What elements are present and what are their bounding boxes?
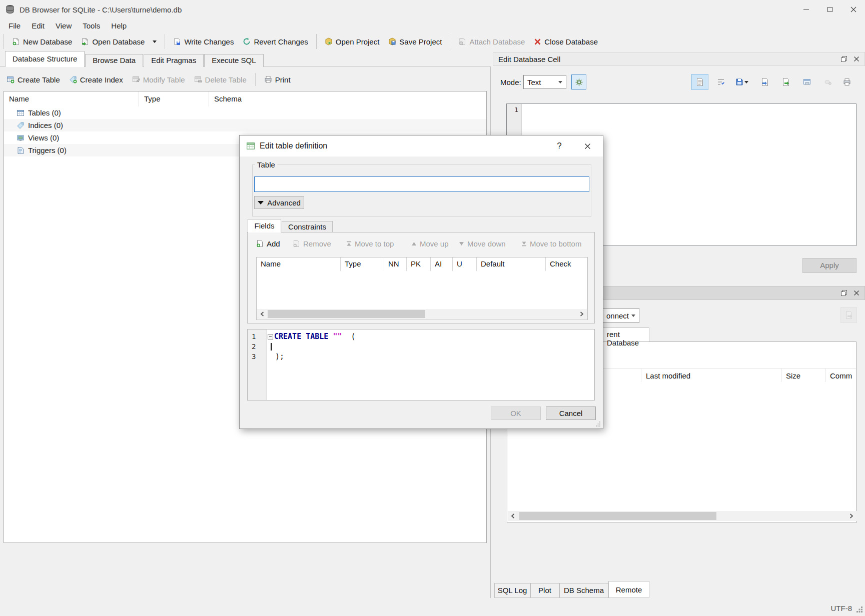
help-button[interactable]: ? [551, 139, 568, 153]
tree-row-indices[interactable]: Indices (0) [4, 119, 486, 132]
tab-execute-sql[interactable]: Execute SQL [204, 54, 263, 67]
apply-button[interactable]: Apply [802, 258, 856, 273]
chevron-left-icon[interactable] [508, 511, 518, 521]
tab-database-structure[interactable]: Database Structure [5, 51, 85, 67]
move-down-button[interactable]: Move down [459, 237, 506, 250]
print-button[interactable]: Print [260, 72, 295, 87]
close-button[interactable] [841, 0, 865, 19]
write-changes-button[interactable]: Write Changes [169, 34, 238, 49]
menu-edit[interactable]: Edit [26, 20, 50, 32]
close-database-button[interactable]: Close Database [529, 34, 602, 49]
chevron-right-icon[interactable] [846, 511, 856, 521]
line-number: 1 [252, 332, 266, 342]
delete-table-button[interactable]: Delete Table [190, 72, 251, 87]
open-project-button[interactable]: Open Project [320, 34, 384, 49]
fold-marker-icon[interactable] [268, 334, 273, 340]
column-header-last-modified[interactable]: Last modified [646, 372, 690, 380]
move-to-top-button[interactable]: Move to top [346, 237, 394, 250]
print-cell-button[interactable] [838, 74, 855, 90]
column-header-name[interactable]: Name [257, 258, 341, 271]
import-cell-button[interactable] [756, 74, 773, 90]
titlebar[interactable]: DB Browser for SQLite - C:\Users\turne\d… [0, 0, 865, 19]
text-mode-button[interactable] [691, 74, 708, 90]
menu-tools[interactable]: Tools [77, 20, 106, 32]
settings-button[interactable] [571, 74, 586, 90]
column-header-nn[interactable]: NN [384, 258, 407, 271]
toolbar-separator [450, 34, 450, 48]
column-header-check[interactable]: Check [546, 258, 587, 271]
column-header-schema[interactable]: Schema [209, 92, 486, 106]
scrollbar-thumb[interactable] [268, 310, 425, 318]
save-cell-button[interactable] [733, 74, 750, 90]
open-database-dropdown-icon[interactable] [153, 40, 157, 43]
ok-button[interactable]: OK [491, 406, 541, 420]
tab-edit-pragmas[interactable]: Edit Pragmas [144, 54, 204, 67]
column-header-u[interactable]: U [453, 258, 477, 271]
float-panel-icon[interactable] [840, 290, 847, 296]
tab-current-database[interactable]: rent Database [602, 328, 649, 342]
save-project-button[interactable]: Save Project [384, 34, 446, 49]
create-table-button[interactable]: Create Table [2, 72, 65, 87]
mode-select[interactable]: Text [523, 75, 566, 89]
tab-sql-log[interactable]: SQL Log [494, 583, 530, 598]
table-group-label: Table [255, 160, 277, 169]
save-dropdown-icon[interactable] [744, 81, 748, 84]
column-header-name[interactable]: Name [4, 92, 139, 106]
float-panel-icon[interactable] [840, 56, 847, 62]
push-database-button[interactable] [840, 307, 857, 323]
fields-horizontal-scrollbar[interactable] [257, 309, 587, 319]
tab-constraints[interactable]: Constraints [282, 221, 333, 232]
column-header-size[interactable]: Size [786, 372, 800, 380]
column-header-type[interactable]: Type [341, 258, 384, 271]
tab-plot[interactable]: Plot [530, 583, 559, 598]
close-panel-icon[interactable] [853, 290, 859, 296]
scrollbar-thumb[interactable] [519, 512, 716, 520]
tab-remote[interactable]: Remote [608, 581, 649, 598]
dialog-titlebar[interactable]: Edit table definition ? [240, 136, 603, 156]
menu-help[interactable]: Help [106, 20, 132, 32]
remove-field-button[interactable]: Remove [293, 237, 331, 250]
encoding-indicator[interactable]: UTF-8 [831, 604, 852, 612]
column-header-pk[interactable]: PK [407, 258, 431, 271]
sql-preview[interactable]: 1 2 3 CREATE TABLE "" ( ); [247, 329, 595, 400]
edit-cell-panel-titlebar[interactable]: Edit Database Cell [493, 52, 865, 66]
open-database-button[interactable]: Open Database [77, 34, 161, 49]
move-to-top-icon [346, 241, 352, 246]
column-header-ai[interactable]: AI [431, 258, 453, 271]
move-up-button[interactable]: Move up [411, 237, 449, 250]
maximize-button[interactable] [818, 0, 841, 19]
remote-identity-select[interactable]: onnect [602, 308, 639, 323]
tab-db-schema[interactable]: DB Schema [559, 583, 608, 598]
export-cell-button[interactable] [777, 74, 794, 90]
add-field-button[interactable]: Add [256, 237, 280, 250]
revert-changes-button[interactable]: Revert Changes [238, 34, 312, 49]
attach-database-button[interactable]: Attach Database [454, 34, 529, 49]
dialog-resize-grip-icon[interactable] [596, 422, 601, 426]
chevron-right-icon[interactable] [577, 309, 587, 319]
word-wrap-button[interactable] [712, 74, 729, 90]
tab-browse-data[interactable]: Browse Data [85, 54, 143, 67]
table-name-input[interactable] [254, 176, 589, 192]
tree-row-tables[interactable]: Tables (0) [4, 106, 486, 119]
new-database-button[interactable]: New Database [8, 34, 77, 49]
advanced-button[interactable]: Advanced [254, 196, 304, 209]
resize-grip-icon[interactable] [856, 606, 863, 612]
cancel-button[interactable]: Cancel [546, 406, 596, 420]
column-header-type[interactable]: Type [139, 92, 209, 106]
open-external-button[interactable] [798, 74, 815, 90]
chevron-left-icon[interactable] [257, 309, 267, 319]
menu-file[interactable]: File [3, 20, 26, 32]
minimize-button[interactable] [794, 0, 818, 19]
sql-code: CREATE TABLE "" ( ); [267, 330, 594, 400]
create-index-button[interactable]: Create Index [65, 72, 128, 87]
remote-horizontal-scrollbar[interactable] [508, 511, 856, 521]
move-to-bottom-button[interactable]: Move to bottom [521, 237, 581, 250]
tab-fields[interactable]: Fields [248, 219, 281, 232]
modify-table-button[interactable]: Modify Table [128, 72, 190, 87]
close-panel-icon[interactable] [853, 56, 859, 62]
menu-view[interactable]: View [50, 20, 77, 32]
column-header-commit[interactable]: Comm [830, 372, 852, 380]
dialog-close-button[interactable] [579, 139, 596, 153]
column-header-default[interactable]: Default [477, 258, 546, 271]
set-null-button[interactable] [819, 74, 836, 90]
